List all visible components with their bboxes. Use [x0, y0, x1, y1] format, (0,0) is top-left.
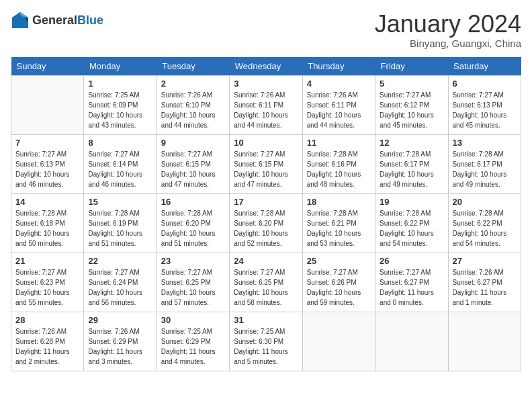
day-info: Sunrise: 7:25 AM Sunset: 6:09 PM Dayligh… [88, 90, 152, 130]
calendar-cell: 16Sunrise: 7:28 AM Sunset: 6:20 PM Dayli… [157, 193, 229, 253]
day-number: 8 [88, 138, 152, 148]
day-number: 28 [15, 315, 79, 325]
day-info: Sunrise: 7:27 AM Sunset: 6:15 PM Dayligh… [234, 149, 298, 189]
weekday-header-thursday: Thursday [302, 57, 375, 76]
calendar-week-row: 28Sunrise: 7:26 AM Sunset: 6:28 PM Dayli… [11, 312, 521, 371]
calendar-cell: 30Sunrise: 7:25 AM Sunset: 6:29 PM Dayli… [157, 312, 229, 371]
day-number: 15 [88, 197, 152, 207]
calendar-title: January 2024 [375, 11, 521, 38]
day-info: Sunrise: 7:28 AM Sunset: 6:19 PM Dayligh… [88, 208, 152, 248]
day-info: Sunrise: 7:26 AM Sunset: 6:11 PM Dayligh… [307, 90, 371, 130]
calendar-week-row: 21Sunrise: 7:27 AM Sunset: 6:23 PM Dayli… [11, 253, 521, 312]
day-number: 1 [88, 79, 152, 89]
day-info: Sunrise: 7:27 AM Sunset: 6:23 PM Dayligh… [15, 267, 79, 308]
day-info: Sunrise: 7:26 AM Sunset: 6:10 PM Dayligh… [161, 90, 225, 130]
calendar-week-row: 1Sunrise: 7:25 AM Sunset: 6:09 PM Daylig… [11, 75, 521, 134]
calendar-cell: 18Sunrise: 7:28 AM Sunset: 6:21 PM Dayli… [302, 193, 375, 253]
calendar-cell [448, 312, 521, 371]
calendar-cell: 6Sunrise: 7:27 AM Sunset: 6:13 PM Daylig… [448, 75, 521, 134]
title-block: January 2024 Binyang, Guangxi, China [375, 11, 521, 49]
weekday-header-saturday: Saturday [448, 57, 521, 76]
day-info: Sunrise: 7:28 AM Sunset: 6:16 PM Dayligh… [307, 149, 371, 189]
day-number: 17 [234, 197, 298, 207]
weekday-header-wednesday: Wednesday [230, 57, 302, 76]
calendar-cell: 12Sunrise: 7:28 AM Sunset: 6:17 PM Dayli… [375, 134, 448, 193]
calendar-cell: 14Sunrise: 7:28 AM Sunset: 6:18 PM Dayli… [11, 193, 84, 253]
calendar-cell: 24Sunrise: 7:27 AM Sunset: 6:25 PM Dayli… [230, 253, 302, 312]
calendar-cell: 26Sunrise: 7:27 AM Sunset: 6:27 PM Dayli… [375, 253, 448, 312]
day-info: Sunrise: 7:27 AM Sunset: 6:13 PM Dayligh… [453, 90, 517, 130]
calendar-cell: 10Sunrise: 7:27 AM Sunset: 6:15 PM Dayli… [230, 134, 302, 193]
logo: GeneralBlue [11, 11, 103, 30]
day-number: 4 [307, 79, 371, 89]
calendar-table: SundayMondayTuesdayWednesdayThursdayFrid… [11, 57, 521, 371]
weekday-header-monday: Monday [84, 57, 157, 76]
day-info: Sunrise: 7:26 AM Sunset: 6:29 PM Dayligh… [88, 326, 152, 367]
calendar-cell: 4Sunrise: 7:26 AM Sunset: 6:11 PM Daylig… [302, 75, 375, 134]
day-info: Sunrise: 7:28 AM Sunset: 6:22 PM Dayligh… [380, 208, 443, 248]
day-info: Sunrise: 7:25 AM Sunset: 6:30 PM Dayligh… [234, 326, 298, 367]
calendar-cell: 22Sunrise: 7:27 AM Sunset: 6:24 PM Dayli… [84, 253, 157, 312]
day-number: 9 [161, 138, 225, 148]
day-number: 12 [380, 138, 443, 148]
calendar-cell: 7Sunrise: 7:27 AM Sunset: 6:13 PM Daylig… [11, 134, 84, 193]
calendar-cell: 21Sunrise: 7:27 AM Sunset: 6:23 PM Dayli… [11, 253, 84, 312]
calendar-cell: 11Sunrise: 7:28 AM Sunset: 6:16 PM Dayli… [302, 134, 375, 193]
calendar-cell: 20Sunrise: 7:28 AM Sunset: 6:22 PM Dayli… [448, 193, 521, 253]
day-info: Sunrise: 7:28 AM Sunset: 6:20 PM Dayligh… [234, 208, 298, 248]
page-header: GeneralBlue January 2024 Binyang, Guangx… [11, 11, 521, 49]
calendar-cell: 25Sunrise: 7:27 AM Sunset: 6:26 PM Dayli… [302, 253, 375, 312]
day-info: Sunrise: 7:27 AM Sunset: 6:12 PM Dayligh… [380, 90, 443, 130]
day-info: Sunrise: 7:27 AM Sunset: 6:25 PM Dayligh… [234, 267, 298, 308]
day-number: 11 [307, 138, 371, 148]
day-info: Sunrise: 7:28 AM Sunset: 6:17 PM Dayligh… [380, 149, 443, 189]
calendar-cell: 28Sunrise: 7:26 AM Sunset: 6:28 PM Dayli… [11, 312, 84, 371]
day-number: 3 [234, 79, 298, 89]
day-number: 19 [380, 197, 443, 207]
day-number: 5 [380, 79, 443, 89]
calendar-cell: 15Sunrise: 7:28 AM Sunset: 6:19 PM Dayli… [84, 193, 157, 253]
calendar-cell: 2Sunrise: 7:26 AM Sunset: 6:10 PM Daylig… [157, 75, 229, 134]
day-number: 7 [15, 138, 79, 148]
day-number: 27 [453, 256, 517, 266]
day-info: Sunrise: 7:27 AM Sunset: 6:13 PM Dayligh… [15, 149, 79, 189]
day-info: Sunrise: 7:28 AM Sunset: 6:21 PM Dayligh… [307, 208, 371, 248]
day-number: 22 [88, 256, 152, 266]
calendar-cell: 8Sunrise: 7:27 AM Sunset: 6:14 PM Daylig… [84, 134, 157, 193]
day-number: 30 [161, 315, 225, 325]
calendar-cell: 27Sunrise: 7:26 AM Sunset: 6:27 PM Dayli… [448, 253, 521, 312]
day-info: Sunrise: 7:27 AM Sunset: 6:25 PM Dayligh… [161, 267, 225, 308]
calendar-cell: 31Sunrise: 7:25 AM Sunset: 6:30 PM Dayli… [230, 312, 302, 371]
calendar-cell: 5Sunrise: 7:27 AM Sunset: 6:12 PM Daylig… [375, 75, 448, 134]
day-number: 13 [453, 138, 517, 148]
day-number: 25 [307, 256, 371, 266]
day-number: 23 [161, 256, 225, 266]
day-info: Sunrise: 7:27 AM Sunset: 6:14 PM Dayligh… [88, 149, 152, 189]
day-number: 29 [88, 315, 152, 325]
day-info: Sunrise: 7:28 AM Sunset: 6:22 PM Dayligh… [453, 208, 517, 248]
calendar-cell [302, 312, 375, 371]
day-number: 10 [234, 138, 298, 148]
day-info: Sunrise: 7:25 AM Sunset: 6:29 PM Dayligh… [161, 326, 225, 367]
day-number: 6 [453, 79, 517, 89]
day-info: Sunrise: 7:27 AM Sunset: 6:26 PM Dayligh… [307, 267, 371, 308]
day-info: Sunrise: 7:28 AM Sunset: 6:18 PM Dayligh… [15, 208, 79, 248]
logo-icon [11, 11, 30, 30]
calendar-week-row: 14Sunrise: 7:28 AM Sunset: 6:18 PM Dayli… [11, 193, 521, 253]
day-info: Sunrise: 7:28 AM Sunset: 6:20 PM Dayligh… [161, 208, 225, 248]
calendar-cell: 29Sunrise: 7:26 AM Sunset: 6:29 PM Dayli… [84, 312, 157, 371]
calendar-cell: 19Sunrise: 7:28 AM Sunset: 6:22 PM Dayli… [375, 193, 448, 253]
day-number: 31 [234, 315, 298, 325]
calendar-cell [11, 75, 84, 134]
day-info: Sunrise: 7:26 AM Sunset: 6:11 PM Dayligh… [234, 90, 298, 130]
calendar-cell: 3Sunrise: 7:26 AM Sunset: 6:11 PM Daylig… [230, 75, 302, 134]
weekday-header-row: SundayMondayTuesdayWednesdayThursdayFrid… [11, 57, 521, 76]
calendar-cell: 17Sunrise: 7:28 AM Sunset: 6:20 PM Dayli… [230, 193, 302, 253]
weekday-header-tuesday: Tuesday [157, 57, 229, 76]
day-info: Sunrise: 7:26 AM Sunset: 6:28 PM Dayligh… [15, 326, 79, 367]
day-info: Sunrise: 7:27 AM Sunset: 6:24 PM Dayligh… [88, 267, 152, 308]
logo-text: GeneralBlue [32, 13, 103, 28]
day-number: 26 [380, 256, 443, 266]
day-number: 24 [234, 256, 298, 266]
calendar-week-row: 7Sunrise: 7:27 AM Sunset: 6:13 PM Daylig… [11, 134, 521, 193]
